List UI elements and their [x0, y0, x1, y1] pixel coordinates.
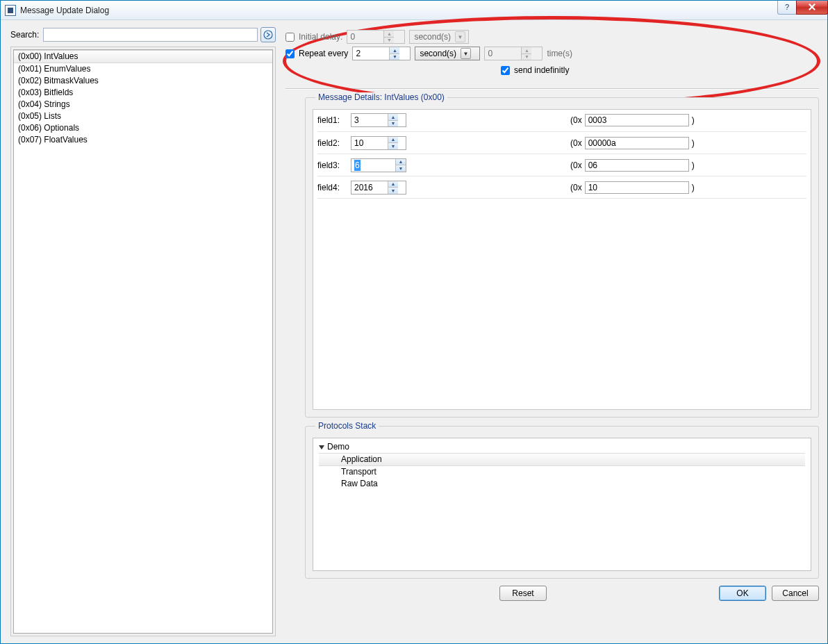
field-spin[interactable]: 6▲▼ [351, 158, 406, 172]
hex-suffix: ) [692, 138, 695, 148]
field-value-input[interactable] [351, 137, 388, 149]
arrow-right-circle-icon [263, 30, 273, 40]
field-label: field1: [317, 115, 347, 125]
message-list-item[interactable]: (0x03) Bitfields [14, 87, 272, 99]
field-row: field1:▲▼(0x) [317, 109, 806, 132]
hex-input[interactable] [585, 114, 689, 126]
hex-input[interactable] [585, 181, 689, 194]
initial-delay-checkbox[interactable] [285, 33, 295, 42]
ok-button[interactable]: OK [719, 586, 766, 601]
repeat-label: Repeat every [299, 49, 348, 58]
protocol-root[interactable]: Demo [319, 441, 805, 453]
times-suffix: time(s) [547, 49, 572, 58]
help-icon: ? [785, 3, 789, 11]
protocols-group: Protocols Stack Demo ApplicationTranspor… [305, 426, 819, 579]
hex-suffix: ) [692, 115, 695, 125]
protocol-root-label: Demo [327, 442, 349, 452]
dialog-window: Message Update Dialog ? Search: [0, 0, 828, 644]
hex-column: (0x) [570, 181, 806, 194]
initial-delay-value [347, 31, 383, 43]
message-list-item[interactable]: (0x06) Optionals [14, 122, 272, 134]
close-icon [807, 2, 817, 12]
titlebar: Message Update Dialog ? [1, 1, 827, 20]
spin-arrows[interactable]: ▲▼ [389, 47, 399, 60]
message-list[interactable]: (0x00) IntValues(0x01) EnumValues(0x02) … [13, 49, 273, 634]
hex-input[interactable] [585, 137, 689, 149]
expand-icon[interactable] [319, 445, 324, 449]
protocols-legend: Protocols Stack [315, 421, 379, 431]
client-area: Search: (0x00) IntValues(0x01) EnumValue… [1, 20, 827, 643]
timing-section: Initial delay: ▲▼ second(s) ▼ Repeat eve… [285, 27, 819, 84]
spin-arrows[interactable]: ▲▼ [388, 181, 398, 194]
cancel-button[interactable]: Cancel [772, 586, 819, 601]
initial-delay-unit-label: second(s) [414, 32, 451, 42]
hex-prefix: (0x [570, 183, 582, 192]
hex-input[interactable] [585, 159, 689, 172]
initial-delay-label: Initial delay: [299, 32, 342, 42]
app-icon [5, 5, 16, 16]
fields-container: field1:▲▼(0x)field2:▲▼(0x)field3:6▲▼(0x)… [313, 109, 811, 410]
hex-column: (0x) [570, 159, 806, 172]
message-list-item[interactable]: (0x07) FloatValues [14, 134, 272, 146]
window-buttons: ? [777, 1, 827, 15]
message-list-item[interactable]: (0x04) Strings [14, 99, 272, 110]
search-input[interactable] [43, 28, 258, 42]
divider [285, 88, 819, 89]
field-value-input[interactable] [351, 114, 388, 126]
field-label: field4: [317, 183, 347, 192]
right-pane: Initial delay: ▲▼ second(s) ▼ Repeat eve… [285, 27, 819, 636]
field-row: field4:▲▼(0x) [317, 176, 806, 199]
dialog-footer: Reset OK Cancel [285, 586, 819, 601]
spin-arrows[interactable]: ▲▼ [388, 114, 398, 126]
message-list-item[interactable]: (0x05) Lists [14, 110, 272, 122]
protocols-tree[interactable]: Demo ApplicationTransportRaw Data [313, 438, 811, 571]
field-row: field3:6▲▼(0x) [317, 154, 806, 176]
chevron-down-icon: ▼ [455, 31, 465, 42]
message-list-item[interactable]: (0x02) BitmaskValues [14, 75, 272, 87]
close-button[interactable] [796, 1, 828, 15]
repeat-row: Repeat every ▲▼ second(s) ▼ ▲▼ time(s) [285, 45, 819, 62]
hex-prefix: (0x [570, 138, 582, 148]
initial-delay-row: Initial delay: ▲▼ second(s) ▼ [285, 28, 819, 45]
message-details-group: Message Details: IntValues (0x00) field1… [305, 97, 819, 418]
left-pane: Search: (0x00) IntValues(0x01) EnumValue… [10, 27, 276, 636]
search-row: Search: [10, 27, 276, 42]
hex-column: (0x) [570, 114, 806, 126]
field-value-input[interactable] [351, 181, 388, 194]
repeat-value-spin[interactable]: ▲▼ [352, 47, 411, 60]
protocol-item[interactable]: Raw Data [319, 478, 805, 490]
repeat-value-input[interactable] [353, 47, 389, 60]
hex-prefix: (0x [570, 115, 582, 125]
search-label: Search: [10, 30, 39, 40]
field-spin[interactable]: ▲▼ [351, 181, 406, 195]
send-indefinitely-checkbox[interactable] [501, 66, 510, 75]
field-spin[interactable]: ▲▼ [351, 136, 406, 150]
svg-point-0 [264, 31, 272, 39]
help-button[interactable]: ? [777, 1, 797, 15]
spin-arrows: ▲▼ [383, 31, 394, 43]
hex-column: (0x) [570, 137, 806, 149]
chevron-down-icon: ▼ [461, 48, 471, 59]
field-row: field2:▲▼(0x) [317, 131, 806, 154]
message-list-item[interactable]: (0x01) EnumValues [14, 63, 272, 75]
hex-suffix: ) [692, 183, 695, 192]
field-label: field3: [317, 160, 347, 170]
search-go-button[interactable] [260, 27, 276, 42]
reset-button[interactable]: Reset [499, 586, 547, 601]
protocol-item[interactable]: Transport [319, 466, 805, 478]
spin-arrows: ▲▼ [521, 47, 531, 60]
message-list-item[interactable]: (0x00) IntValues [14, 50, 272, 63]
spin-arrows[interactable]: ▲▼ [388, 137, 398, 149]
field-label: field2: [317, 138, 347, 148]
field-spin[interactable]: ▲▼ [351, 113, 406, 127]
spin-arrows[interactable]: ▲▼ [395, 159, 406, 172]
hex-suffix: ) [692, 160, 695, 170]
send-indefinitely-row: send indefinitly [285, 62, 819, 79]
repeat-unit-combo[interactable]: second(s) ▼ [415, 47, 480, 60]
message-list-frame: (0x00) IntValues(0x01) EnumValues(0x02) … [10, 47, 276, 636]
initial-delay-spin: ▲▼ [347, 30, 405, 44]
times-spin: ▲▼ [484, 47, 543, 60]
protocol-item[interactable]: Application [319, 453, 805, 466]
repeat-checkbox[interactable] [285, 49, 295, 58]
message-details-legend: Message Details: IntValues (0x00) [315, 92, 447, 102]
